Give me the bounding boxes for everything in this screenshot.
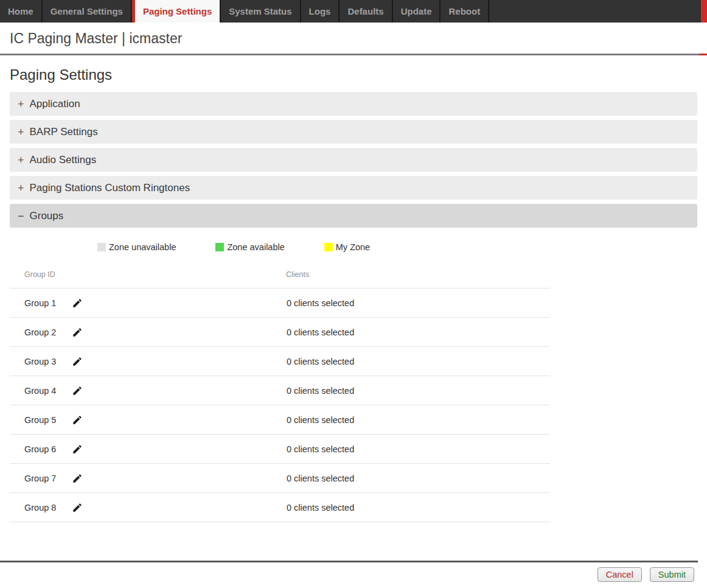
clients-selected-label: 0 clients selected bbox=[287, 474, 354, 483]
table-row: Group 80 clients selected bbox=[10, 493, 550, 522]
pencil-icon bbox=[72, 298, 83, 309]
clients-selected-label: 0 clients selected bbox=[287, 444, 354, 454]
pencil-icon bbox=[72, 473, 83, 484]
legend-item-my-zone: My Zone bbox=[324, 242, 370, 252]
settings-accordion: + Application + BARP Settings + Audio Se… bbox=[10, 92, 697, 228]
main-content: Paging Settings + Application + BARP Set… bbox=[0, 66, 707, 522]
group-id-label: Group 3 bbox=[24, 357, 56, 366]
col-header-clients: Clients bbox=[286, 262, 550, 289]
nav-tab-reboot[interactable]: Reboot bbox=[441, 0, 489, 23]
pencil-icon bbox=[72, 327, 83, 338]
clients-selected-label: 0 clients selected bbox=[287, 327, 354, 337]
group-table: Group ID Clients Group 10 clients select… bbox=[10, 262, 550, 522]
col-header-group-id: Group ID bbox=[10, 262, 286, 289]
edit-group-button[interactable] bbox=[72, 298, 83, 309]
expand-icon: + bbox=[18, 127, 24, 138]
nav-tab-logs[interactable]: Logs bbox=[301, 0, 340, 23]
group-id-label: Group 8 bbox=[24, 503, 56, 513]
table-header-row: Group ID Clients bbox=[10, 262, 550, 289]
zone-legend: Zone unavailable Zone available My Zone bbox=[97, 242, 697, 252]
group-id-label: Group 4 bbox=[24, 386, 56, 396]
expand-icon: + bbox=[18, 99, 24, 110]
paging-settings-heading: Paging Settings bbox=[10, 66, 697, 83]
submit-button[interactable]: Submit bbox=[650, 567, 694, 582]
pencil-icon bbox=[72, 385, 83, 396]
legend-item-zone-unavailable: Zone unavailable bbox=[97, 242, 176, 252]
footer-actions: Cancel Submit bbox=[0, 562, 707, 582]
group-id-label: Group 6 bbox=[24, 444, 56, 454]
nav-tab-system-status[interactable]: System Status bbox=[221, 0, 301, 23]
table-row: Group 20 clients selected bbox=[10, 318, 550, 347]
nav-spacer bbox=[489, 0, 701, 23]
expand-icon: + bbox=[18, 183, 24, 194]
section-header-audio-settings[interactable]: + Audio Settings bbox=[10, 148, 697, 172]
table-row: Group 40 clients selected bbox=[10, 376, 550, 405]
expand-icon: + bbox=[18, 155, 24, 166]
edit-group-button[interactable] bbox=[72, 327, 83, 338]
section-label: Audio Settings bbox=[30, 154, 97, 166]
section-header-application[interactable]: + Application bbox=[10, 92, 697, 116]
table-row: Group 70 clients selected bbox=[10, 464, 550, 493]
clients-selected-label: 0 clients selected bbox=[287, 386, 354, 396]
edit-group-button[interactable] bbox=[72, 415, 83, 425]
section-label: Paging Stations Custom Ringtones bbox=[30, 182, 190, 194]
header-divider bbox=[0, 54, 707, 55]
collapse-icon: − bbox=[18, 211, 24, 222]
section-label: Application bbox=[30, 98, 80, 110]
table-row: Group 10 clients selected bbox=[10, 289, 550, 318]
table-row: Group 60 clients selected bbox=[10, 435, 550, 464]
section-header-paging-stations-custom-ringtones[interactable]: + Paging Stations Custom Ringtones bbox=[10, 176, 697, 200]
table-row: Group 50 clients selected bbox=[10, 405, 550, 435]
my-zone-swatch bbox=[324, 243, 333, 251]
clients-selected-label: 0 clients selected bbox=[287, 415, 354, 425]
divider-red-accent bbox=[699, 54, 707, 55]
section-header-barp-settings[interactable]: + BARP Settings bbox=[10, 120, 697, 144]
legend-label: Zone unavailable bbox=[109, 242, 176, 252]
top-nav: Home General Settings Paging Settings Sy… bbox=[0, 0, 707, 23]
group-id-label: Group 2 bbox=[24, 327, 56, 337]
clients-selected-label: 0 clients selected bbox=[287, 357, 354, 366]
group-id-label: Group 1 bbox=[24, 298, 56, 308]
group-id-label: Group 7 bbox=[24, 474, 56, 483]
section-label: Groups bbox=[30, 210, 64, 222]
legend-label: My Zone bbox=[336, 242, 370, 252]
clients-selected-label: 0 clients selected bbox=[287, 298, 354, 308]
zone-available-swatch bbox=[215, 243, 224, 251]
page-title: IC Paging Master | icmaster bbox=[0, 23, 707, 54]
section-label: BARP Settings bbox=[30, 126, 98, 138]
edit-group-button[interactable] bbox=[72, 473, 83, 484]
group-table-body: Group 10 clients selectedGroup 20 client… bbox=[10, 289, 550, 522]
legend-item-zone-available: Zone available bbox=[215, 242, 284, 252]
pencil-icon bbox=[72, 356, 83, 367]
pencil-icon bbox=[72, 444, 83, 455]
section-header-groups[interactable]: − Groups bbox=[10, 204, 697, 228]
nav-tab-general-settings[interactable]: General Settings bbox=[43, 0, 132, 23]
nav-tab-paging-settings[interactable]: Paging Settings bbox=[132, 0, 221, 23]
cancel-button[interactable]: Cancel bbox=[597, 567, 642, 582]
edit-group-button[interactable] bbox=[72, 385, 83, 396]
group-id-label: Group 5 bbox=[24, 415, 56, 425]
edit-group-button[interactable] bbox=[72, 502, 83, 513]
nav-tab-home[interactable]: Home bbox=[0, 0, 43, 23]
table-row: Group 30 clients selected bbox=[10, 347, 550, 376]
edit-group-button[interactable] bbox=[72, 356, 83, 367]
zone-unavailable-swatch bbox=[97, 243, 106, 251]
pencil-icon bbox=[72, 415, 83, 425]
page-header: IC Paging Master | icmaster bbox=[0, 23, 707, 54]
legend-label: Zone available bbox=[227, 242, 284, 252]
nav-tab-defaults[interactable]: Defaults bbox=[340, 0, 392, 23]
nav-tab-update[interactable]: Update bbox=[393, 0, 441, 23]
nav-red-accent bbox=[701, 0, 707, 23]
clients-selected-label: 0 clients selected bbox=[287, 503, 354, 513]
groups-panel: Zone unavailable Zone available My Zone … bbox=[10, 228, 697, 522]
edit-group-button[interactable] bbox=[72, 444, 83, 455]
pencil-icon bbox=[72, 502, 83, 513]
